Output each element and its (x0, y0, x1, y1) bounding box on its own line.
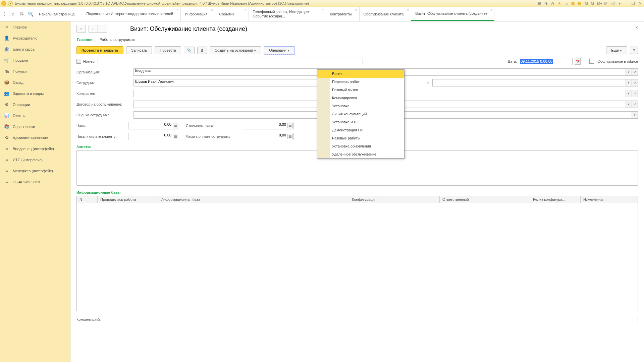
infobases-table-body[interactable] (76, 203, 638, 311)
close-icon[interactable]: × (407, 8, 409, 12)
menu-item-onecall[interactable]: Разовый вызов (317, 86, 404, 94)
menu-item-trip[interactable]: Командировка (317, 94, 404, 102)
calculator-icon[interactable]: ▦ (173, 134, 178, 139)
tb-icon-2[interactable]: ◑ (543, 1, 549, 6)
menu-item-worklist[interactable]: Перечень работ (317, 78, 404, 86)
tb-icon-6[interactable]: ▦ (570, 1, 576, 6)
th-conf[interactable]: Конфигурация (349, 196, 440, 203)
close-icon[interactable]: × (245, 8, 247, 12)
maximize-button[interactable]: ❐ (631, 1, 636, 6)
operations-dropdown-button[interactable]: Операции (264, 46, 295, 54)
chevron-down-icon[interactable]: ▾ (632, 112, 638, 118)
sidebar-item-operations[interactable]: ⚙Операции (0, 99, 70, 110)
employee-input[interactable]: Шумов Иван Иванович (133, 79, 341, 86)
close-icon[interactable]: × (322, 8, 324, 12)
home-button[interactable]: ⌂ (76, 25, 86, 33)
th-work[interactable]: Проводилась работа (98, 196, 158, 203)
tb-icon-1[interactable]: ▦ (537, 1, 542, 6)
hourcost-input[interactable]: 0,00▦ (243, 122, 294, 129)
sidebar-item-sales[interactable]: 🛒Продажи (0, 55, 70, 66)
hours-input[interactable]: 0,00▦ (128, 122, 179, 129)
close-icon[interactable]: × (355, 8, 357, 12)
create-based-button[interactable]: Создать на основании (210, 46, 261, 54)
th-release[interactable]: Релиз конфигура... (530, 196, 581, 203)
calculator-icon[interactable]: ▦ (173, 123, 178, 128)
number-input[interactable] (98, 58, 363, 65)
tb-m-minus[interactable]: M- (590, 1, 596, 6)
tb-icon-star[interactable]: ★ (557, 1, 562, 6)
close-icon[interactable]: × (176, 8, 178, 12)
sidebar-item-refs[interactable]: 📚Справочники (0, 121, 70, 132)
chevron-down-icon[interactable]: ▾ (626, 101, 632, 108)
open-icon[interactable]: ↗ (632, 79, 638, 86)
tab-service[interactable]: Обслуживание клиента× (360, 7, 412, 21)
tab-internet-support[interactable]: Подключение Интернет-поддержки пользоват… (82, 7, 181, 21)
tb-icon-3[interactable]: ◔ (550, 1, 555, 6)
th-ib[interactable]: Информационная база (158, 196, 349, 203)
open-icon[interactable]: ↗ (632, 90, 638, 97)
tb-m[interactable]: M (584, 1, 589, 6)
tab-event[interactable]: Событие× (215, 7, 249, 21)
sidebar-item-main[interactable]: ≡Главное (0, 21, 70, 33)
tab-start-page[interactable]: Начальная страница (35, 7, 82, 21)
write-button[interactable]: Записать (126, 46, 152, 54)
sidebar-item-manager[interactable]: 👤Руководителю (0, 33, 70, 44)
office-checkbox[interactable] (589, 59, 594, 64)
search-icon[interactable]: 🔍 (26, 7, 35, 21)
more-button[interactable]: Еще (606, 46, 627, 54)
sidebar-item-purchases[interactable]: 🛍Покупки (0, 66, 70, 77)
back-button[interactable]: ← (89, 25, 98, 33)
apps-grid-icon[interactable]: ⋮⋮⋮ (0, 7, 9, 21)
hours-emp-input[interactable]: 0,00▦ (243, 133, 294, 140)
tab-visit-create[interactable]: Визит: Обслуживание клиента (создание)× (411, 7, 494, 21)
calculator-icon[interactable]: ▦ (287, 134, 293, 139)
tb-info-icon[interactable]: ⓘ (610, 1, 616, 6)
forward-button[interactable]: → (98, 25, 107, 33)
th-resp[interactable]: Ответственный (440, 196, 530, 203)
minimize-button[interactable]: — (624, 1, 629, 6)
tab-phone-call[interactable]: Телефонный звонок, Исходящее: Событие (с… (249, 7, 326, 21)
close-window-button[interactable]: ✕ (637, 1, 643, 6)
sidebar-item-admin[interactable]: ✿Администрирование (0, 132, 70, 143)
page-tab-main[interactable]: Главное (77, 36, 92, 43)
menu-item-oneoff[interactable]: Разовые работы (317, 134, 404, 142)
post-and-close-button[interactable]: Провести и закрыть (76, 46, 123, 54)
history-icon[interactable]: ⎘ (17, 7, 26, 21)
extra-input[interactable]: ▾↗ (432, 79, 638, 86)
help-button[interactable]: ? (630, 47, 638, 54)
close-icon[interactable]: × (490, 8, 492, 12)
close-page-button[interactable]: × (635, 25, 638, 30)
sidebar-item-mgr-iface[interactable]: ≡Менеджер (интерфейс) (0, 165, 70, 176)
sidebar-item-reports[interactable]: 📊Отчеты (0, 110, 70, 121)
date-input[interactable]: 09.11.2015 0:00:00 (519, 58, 573, 65)
menu-item-consult[interactable]: Линия консультаций (317, 110, 404, 118)
close-icon[interactable]: × (211, 8, 213, 12)
sidebar-item-implementer[interactable]: ≡Внедренец (интерфейс) (0, 143, 70, 154)
star-icon[interactable]: ☆ (9, 7, 17, 21)
th-n[interactable]: N (77, 196, 98, 203)
menu-item-update[interactable]: Установка обновления (317, 142, 404, 150)
page-tab-works[interactable]: Работы сотрудников (100, 36, 135, 43)
menu-item-install[interactable]: Установка (317, 102, 404, 110)
post-button[interactable]: Провести (155, 46, 181, 54)
menu-item-remote[interactable]: Удаленное обслуживание (317, 150, 404, 158)
menu-item-demo[interactable]: Демонстрация ПП (317, 126, 404, 134)
tab-counterparties[interactable]: Контрагенты× (326, 7, 360, 21)
menu-item-visit[interactable]: Визит (317, 70, 404, 78)
calculator-icon[interactable]: ▦ (287, 123, 293, 128)
th-changed[interactable]: Измененная (581, 196, 638, 203)
sidebar-item-salary[interactable]: 👥Зарплата и кадры (0, 88, 70, 99)
structure-button[interactable]: 🗎 (197, 47, 207, 54)
tb-m-plus[interactable]: M+ (597, 1, 602, 6)
attach-button[interactable]: 📎 (184, 47, 195, 54)
sidebar-item-warehouse[interactable]: 📦Склад (0, 77, 70, 88)
menu-item-install-its[interactable]: Установка ИТС (317, 118, 404, 126)
calendar-icon[interactable]: 📅 (575, 58, 581, 65)
tb-dd-icon[interactable]: ▾ (617, 1, 623, 6)
chevron-down-icon[interactable]: ▾ (626, 79, 632, 86)
tb-icon-7[interactable]: ▤ (577, 1, 582, 6)
titlebar-dropdown-icon[interactable]: ▾ (8, 1, 13, 6)
sidebar-item-its[interactable]: ≡ИТС (интерфейс) (0, 154, 70, 165)
sidebar-item-arbis[interactable]: ≡1С-АРБИС:УФФ (0, 176, 70, 187)
comment-input[interactable] (104, 316, 638, 323)
